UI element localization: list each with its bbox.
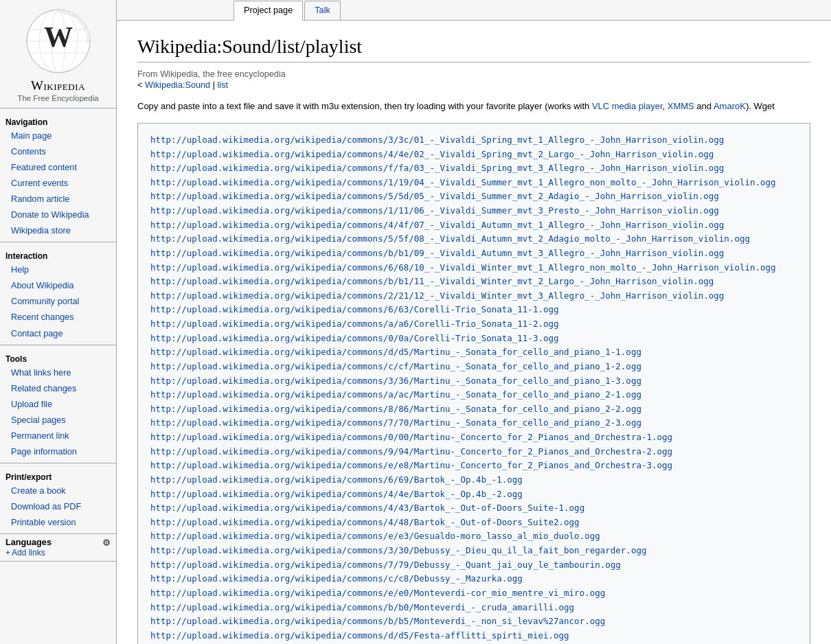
playlist-url-link[interactable]: http://upload.wikimedia.org/wikipedia/co… (150, 177, 776, 187)
playlist-url-link[interactable]: http://upload.wikimedia.org/wikipedia/co… (150, 376, 641, 386)
from-wikipedia: From Wikipedia, the free encyclopedia (137, 69, 810, 79)
playlist-url-link[interactable]: http://upload.wikimedia.org/wikipedia/co… (150, 149, 714, 159)
playlist-url-link[interactable]: http://upload.wikimedia.org/wikipedia/co… (150, 163, 724, 173)
sidebar-item-community-portal[interactable]: Community portal (0, 294, 116, 310)
navigation-section: Navigation Main page Contents Featured c… (0, 108, 116, 242)
playlist-url-link[interactable]: http://upload.wikimedia.org/wikipedia/co… (150, 361, 641, 371)
sidebar-item-current-events[interactable]: Current events (0, 176, 116, 192)
playlist-url-link[interactable]: http://upload.wikimedia.org/wikipedia/co… (150, 290, 724, 301)
sidebar-item-donate[interactable]: Donate to Wikipedia (0, 207, 116, 223)
languages-title: Languages ⚙ (5, 538, 111, 548)
sidebar-item-what-links-here[interactable]: What links here (0, 365, 116, 381)
print-title: Print/export (0, 469, 116, 483)
sidebar-item-random-article[interactable]: Random article (0, 192, 116, 207)
playlist-url-link[interactable]: http://upload.wikimedia.org/wikipedia/co… (150, 276, 714, 286)
playlist-url-link[interactable]: http://upload.wikimedia.org/wikipedia/co… (150, 460, 672, 470)
languages-section: Languages ⚙ + Add links (0, 534, 116, 562)
playlist-url-link[interactable]: http://upload.wikimedia.org/wikipedia/co… (150, 333, 559, 343)
add-links-label: Add links (12, 548, 45, 557)
amarok-link[interactable]: AmaroK (714, 101, 746, 111)
interaction-section: Interaction Help About Wikipedia Communi… (0, 242, 116, 345)
sidebar-item-related-changes[interactable]: Related changes (0, 381, 116, 397)
add-links-button[interactable]: + Add links (5, 548, 111, 557)
playlist-url-link[interactable]: http://upload.wikimedia.org/wikipedia/co… (150, 417, 641, 428)
sidebar-item-about-wikipedia[interactable]: About Wikipedia (0, 278, 116, 294)
page-title: Wikipedia:Sound/list/playlist (137, 34, 810, 62)
playlist-url-link[interactable]: http://upload.wikimedia.org/wikipedia/co… (150, 404, 641, 414)
playlist-url-link[interactable]: http://upload.wikimedia.org/wikipedia/co… (150, 446, 672, 457)
playlist-url-link[interactable]: http://upload.wikimedia.org/wikipedia/co… (150, 205, 719, 216)
playlist-url-link[interactable]: http://upload.wikimedia.org/wikipedia/co… (150, 319, 559, 329)
print-section: Print/export Create a book Download as P… (0, 463, 116, 534)
sidebar-item-special-pages[interactable]: Special pages (0, 413, 116, 428)
languages-label: Languages (5, 538, 52, 547)
playlist-url-link[interactable]: http://upload.wikimedia.org/wikipedia/co… (150, 560, 621, 570)
logo-subtitle: The Free Encyclopedia (3, 94, 113, 102)
playlist-url-link[interactable]: http://upload.wikimedia.org/wikipedia/co… (150, 248, 724, 258)
playlist-url-link[interactable]: http://upload.wikimedia.org/wikipedia/co… (150, 602, 574, 612)
page-content: Wikipedia:Sound/list/playlist From Wikip… (117, 21, 831, 644)
gear-icon: ⚙ (102, 538, 111, 548)
sidebar-item-wikipedia-store[interactable]: Wikipedia store (0, 223, 116, 239)
navigation-title: Navigation (0, 114, 116, 128)
playlist-url-link[interactable]: http://upload.wikimedia.org/wikipedia/co… (150, 531, 600, 541)
logo-title: Wikipedia (3, 78, 113, 93)
playlist-url-link[interactable]: http://upload.wikimedia.org/wikipedia/co… (150, 630, 569, 641)
sidebar-item-permanent-link[interactable]: Permanent link (0, 428, 116, 444)
playlist-url-link[interactable]: http://upload.wikimedia.org/wikipedia/co… (150, 616, 605, 626)
playlist-url-link[interactable]: http://upload.wikimedia.org/wikipedia/co… (150, 262, 776, 273)
tab-project-page[interactable]: Project page (234, 1, 303, 21)
tab-talk[interactable]: Talk (304, 1, 341, 20)
playlist-url-link[interactable]: http://upload.wikimedia.org/wikipedia/co… (150, 135, 724, 145)
sidebar-item-page-information[interactable]: Page information (0, 444, 116, 460)
playlist-url-link[interactable]: http://upload.wikimedia.org/wikipedia/co… (150, 503, 584, 513)
sidebar-item-contact-page[interactable]: Contact page (0, 326, 116, 342)
tools-title: Tools (0, 351, 116, 365)
sidebar-logo: W Wikipedia The Free Encyclopedia (0, 0, 116, 108)
vlc-link[interactable]: VLC media player (592, 101, 663, 111)
sidebar: W Wikipedia The Free Encyclopedia Naviga… (0, 0, 117, 644)
playlist-url-link[interactable]: http://upload.wikimedia.org/wikipedia/co… (150, 233, 750, 244)
playlist-url-link[interactable]: http://upload.wikimedia.org/wikipedia/co… (150, 588, 605, 598)
playlist-url-link[interactable]: http://upload.wikimedia.org/wikipedia/co… (150, 432, 672, 442)
intro-text: Copy and paste into a text file and save… (137, 100, 810, 113)
breadcrumb-link-sound[interactable]: Wikipedia:Sound (145, 80, 210, 90)
playlist-url-link[interactable]: http://upload.wikimedia.org/wikipedia/co… (150, 474, 523, 485)
sidebar-item-help[interactable]: Help (0, 262, 116, 278)
xmms-link[interactable]: XMMS (668, 101, 694, 111)
sidebar-item-download-pdf[interactable]: Download as PDF (0, 499, 116, 515)
breadcrumb-link-list[interactable]: list (218, 80, 229, 90)
sidebar-item-contents[interactable]: Contents (0, 144, 116, 160)
playlist-url-link[interactable]: http://upload.wikimedia.org/wikipedia/co… (150, 389, 641, 400)
sidebar-item-featured-content[interactable]: Featured content (0, 160, 116, 176)
breadcrumb: < Wikipedia:Sound | list (137, 80, 810, 90)
wikipedia-logo-icon: W (24, 7, 93, 76)
tab-bar: Project page Talk (117, 0, 831, 21)
playlist-url-link[interactable]: http://upload.wikimedia.org/wikipedia/co… (150, 191, 719, 201)
playlist-url-link[interactable]: http://upload.wikimedia.org/wikipedia/co… (150, 304, 559, 314)
main-content: Project page Talk Wikipedia:Sound/list/p… (117, 0, 831, 644)
playlist-url-link[interactable]: http://upload.wikimedia.org/wikipedia/co… (150, 347, 641, 357)
tools-section: Tools What links here Related changes Up… (0, 345, 116, 463)
playlist-url-link[interactable]: http://upload.wikimedia.org/wikipedia/co… (150, 573, 523, 584)
sidebar-item-create-book[interactable]: Create a book (0, 483, 116, 499)
sidebar-item-printable-version[interactable]: Printable version (0, 515, 116, 531)
sidebar-item-main-page[interactable]: Main page (0, 128, 116, 144)
playlist-url-link[interactable]: http://upload.wikimedia.org/wikipedia/co… (150, 220, 724, 230)
playlist-url-link[interactable]: http://upload.wikimedia.org/wikipedia/co… (150, 517, 580, 527)
sidebar-item-upload-file[interactable]: Upload file (0, 397, 116, 413)
playlist-url-link[interactable]: http://upload.wikimedia.org/wikipedia/co… (150, 545, 646, 555)
playlist-url-link[interactable]: http://upload.wikimedia.org/wikipedia/co… (150, 489, 523, 499)
playlist-box: http://upload.wikimedia.org/wikipedia/co… (137, 123, 810, 644)
sidebar-item-recent-changes[interactable]: Recent changes (0, 310, 116, 325)
svg-text:W: W (44, 21, 73, 53)
add-icon: + (5, 548, 10, 557)
interaction-title: Interaction (0, 248, 116, 262)
